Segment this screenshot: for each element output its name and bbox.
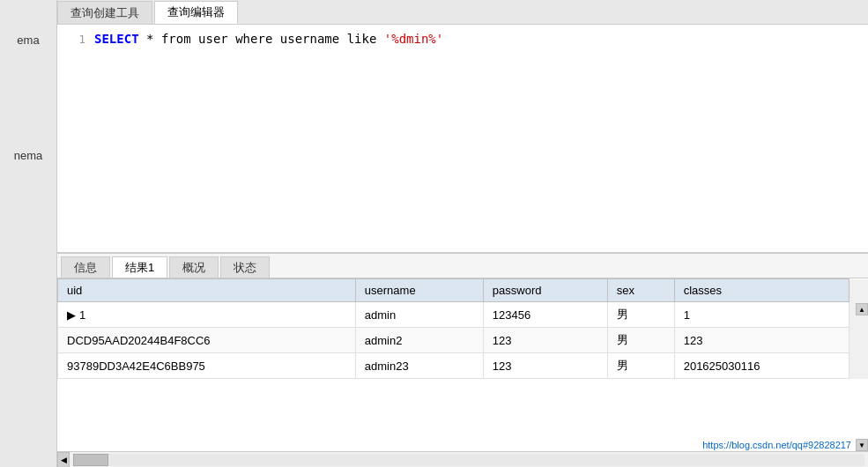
- cell-uid: 93789DD3A42E4C6BB975: [58, 353, 356, 379]
- scroll-thumb[interactable]: [73, 454, 108, 466]
- left-sidebar: ema nema: [0, 0, 57, 467]
- results-area: 信息 结果1 概况 状态 uid username password sex c…: [57, 254, 868, 467]
- line-number-1: 1: [64, 33, 85, 46]
- cell-classes: 201625030116: [674, 353, 849, 379]
- sidebar-label-2: nema: [11, 142, 47, 169]
- kw-from: from: [161, 32, 191, 46]
- scroll-arrow-down[interactable]: ▼: [856, 439, 868, 451]
- col-header-password: password: [483, 279, 607, 302]
- row-indicator: ▶: [67, 308, 76, 322]
- tab-query-builder[interactable]: 查询创建工具: [57, 1, 152, 24]
- data-table-container[interactable]: uid username password sex classes ▶1admi…: [57, 278, 868, 451]
- results-tab-bar: 信息 结果1 概况 状态: [57, 254, 868, 278]
- query-editor[interactable]: 1 SELECT * from user where username like…: [57, 25, 868, 254]
- tab-status[interactable]: 状态: [220, 256, 270, 278]
- scroll-track: [73, 454, 864, 466]
- kw-value: '%dmin%': [384, 32, 443, 46]
- cell-username: admin: [355, 302, 483, 328]
- col-header-uid: uid: [58, 279, 356, 302]
- tab-query-editor[interactable]: 查询编辑器: [154, 1, 238, 24]
- col-header-classes: classes: [674, 279, 849, 302]
- scroll-arrow-up[interactable]: ▲: [856, 303, 868, 315]
- tab-info[interactable]: 信息: [61, 256, 110, 278]
- url-bar: https://blog.csdn.net/qq#92828217: [700, 439, 854, 451]
- sql-code: SELECT * from user where username like '…: [94, 32, 443, 46]
- sidebar-label-1: ema: [13, 26, 42, 54]
- cell-scroll-space: [849, 328, 868, 353]
- table-row: 93789DD3A42E4C6BB975admin23123男201625030…: [58, 353, 868, 379]
- kw-select: SELECT: [94, 32, 139, 46]
- cell-sex: 男: [607, 302, 674, 328]
- cell-username: admin2: [355, 328, 483, 353]
- kw-table: user: [198, 32, 235, 46]
- results-table: uid username password sex classes ▶1admi…: [57, 278, 868, 379]
- cell-username: admin23: [355, 353, 483, 379]
- main-container: ema nema 查询创建工具 查询编辑器 1 SELECT * from us…: [0, 0, 868, 467]
- bottom-scrollbar[interactable]: ◀: [57, 451, 868, 467]
- col-header-username: username: [355, 279, 483, 302]
- table-row: ▶1admin123456男1: [58, 302, 868, 328]
- cell-sex: 男: [607, 328, 674, 353]
- cell-uid: DCD95AAD20244B4F8CC6: [58, 328, 356, 353]
- cell-classes: 1: [674, 302, 849, 328]
- cell-password: 123: [483, 328, 607, 353]
- code-line-1: 1 SELECT * from user where username like…: [57, 32, 868, 46]
- table-header-row: uid username password sex classes: [58, 279, 868, 302]
- cell-classes: 123: [674, 328, 849, 353]
- cell-uid: ▶1: [58, 302, 356, 328]
- cell-password: 123: [483, 353, 607, 379]
- kw-where: where: [235, 32, 272, 46]
- col-header-scrollspace: [849, 279, 868, 302]
- tab-overview[interactable]: 概况: [169, 256, 219, 278]
- right-panel: 查询创建工具 查询编辑器 1 SELECT * from user where …: [57, 0, 868, 467]
- cell-password: 123456: [483, 302, 607, 328]
- top-tab-bar: 查询创建工具 查询编辑器: [57, 0, 868, 25]
- col-header-sex: sex: [607, 279, 674, 302]
- kw-column: username: [280, 32, 347, 46]
- scroll-arrow-left[interactable]: ◀: [57, 452, 70, 468]
- tab-result1[interactable]: 结果1: [112, 256, 167, 278]
- cell-scroll-space: [849, 353, 868, 379]
- kw-star: *: [146, 32, 161, 46]
- cell-sex: 男: [607, 353, 674, 379]
- kw-like: like: [347, 32, 377, 46]
- table-row: DCD95AAD20244B4F8CC6admin2123男123: [58, 328, 868, 353]
